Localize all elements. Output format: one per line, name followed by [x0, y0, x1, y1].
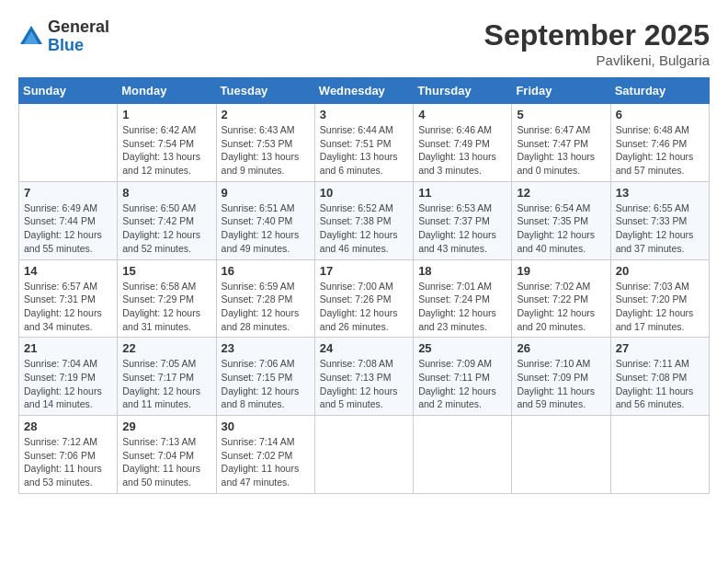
day-info: Sunrise: 6:44 AMSunset: 7:51 PMDaylight:… [320, 123, 408, 178]
header: General Blue September 2025 Pavlikeni, B… [18, 18, 710, 68]
calendar-week-2: 14Sunrise: 6:57 AMSunset: 7:31 PMDayligh… [19, 259, 710, 338]
day-info: Sunrise: 6:57 AMSunset: 7:31 PMDaylight:… [24, 280, 112, 334]
calendar-cell [314, 416, 413, 494]
day-number: 26 [517, 341, 605, 355]
calendar-cell [414, 416, 512, 494]
day-number: 20 [616, 264, 704, 278]
calendar-week-4: 28Sunrise: 7:12 AMSunset: 7:06 PMDayligh… [19, 416, 710, 494]
calendar-cell: 1Sunrise: 6:42 AMSunset: 7:54 PMDaylight… [118, 104, 216, 182]
day-number: 13 [616, 186, 704, 200]
calendar-cell: 24Sunrise: 7:08 AMSunset: 7:13 PMDayligh… [314, 338, 413, 416]
calendar-cell: 19Sunrise: 7:02 AMSunset: 7:22 PMDayligh… [512, 259, 610, 338]
day-info: Sunrise: 6:47 AMSunset: 7:47 PMDaylight:… [517, 123, 605, 178]
calendar-cell: 10Sunrise: 6:52 AMSunset: 7:38 PMDayligh… [314, 181, 413, 259]
month-title: September 2025 [484, 18, 710, 52]
calendar-cell: 14Sunrise: 6:57 AMSunset: 7:31 PMDayligh… [19, 259, 118, 338]
day-number: 2 [222, 108, 310, 121]
day-info: Sunrise: 7:11 AMSunset: 7:08 PMDaylight:… [616, 357, 704, 411]
day-info: Sunrise: 6:59 AMSunset: 7:28 PMDaylight:… [222, 280, 310, 334]
calendar-cell: 5Sunrise: 6:47 AMSunset: 7:47 PMDaylight… [512, 104, 610, 182]
logo-icon [18, 24, 44, 50]
logo: General Blue [18, 18, 109, 55]
day-number: 5 [517, 108, 605, 121]
day-info: Sunrise: 7:09 AMSunset: 7:11 PMDaylight:… [418, 357, 506, 411]
day-info: Sunrise: 7:14 AMSunset: 7:02 PMDaylight:… [222, 435, 310, 489]
day-number: 27 [616, 341, 704, 355]
calendar-header-tuesday: Tuesday [216, 78, 314, 104]
day-number: 14 [24, 264, 112, 278]
calendar-cell: 7Sunrise: 6:49 AMSunset: 7:44 PMDaylight… [19, 181, 118, 259]
day-number: 11 [418, 186, 506, 200]
day-info: Sunrise: 7:04 AMSunset: 7:19 PMDaylight:… [24, 357, 112, 411]
day-number: 25 [418, 341, 506, 355]
day-info: Sunrise: 6:49 AMSunset: 7:44 PMDaylight:… [24, 201, 112, 256]
day-number: 21 [24, 341, 112, 355]
day-number: 18 [418, 264, 506, 278]
calendar-body: 1Sunrise: 6:42 AMSunset: 7:54 PMDaylight… [19, 104, 710, 494]
calendar-cell: 3Sunrise: 6:44 AMSunset: 7:51 PMDaylight… [314, 104, 413, 182]
day-info: Sunrise: 7:01 AMSunset: 7:24 PMDaylight:… [418, 280, 506, 334]
calendar-header-sunday: Sunday [19, 78, 118, 104]
day-number: 15 [122, 264, 210, 278]
day-info: Sunrise: 6:52 AMSunset: 7:38 PMDaylight:… [320, 201, 408, 256]
calendar-header-row: SundayMondayTuesdayWednesdayThursdayFrid… [19, 78, 710, 104]
calendar-week-0: 1Sunrise: 6:42 AMSunset: 7:54 PMDaylight… [19, 104, 710, 182]
calendar-cell: 28Sunrise: 7:12 AMSunset: 7:06 PMDayligh… [19, 416, 118, 494]
day-info: Sunrise: 7:05 AMSunset: 7:17 PMDaylight:… [122, 357, 210, 411]
calendar-cell: 29Sunrise: 7:13 AMSunset: 7:04 PMDayligh… [118, 416, 216, 494]
calendar-header-saturday: Saturday [610, 78, 709, 104]
calendar-cell: 23Sunrise: 7:06 AMSunset: 7:15 PMDayligh… [216, 338, 314, 416]
day-number: 30 [222, 419, 310, 433]
calendar-cell: 2Sunrise: 6:43 AMSunset: 7:53 PMDaylight… [216, 104, 314, 182]
day-info: Sunrise: 7:12 AMSunset: 7:06 PMDaylight:… [24, 435, 112, 489]
calendar-cell: 8Sunrise: 6:50 AMSunset: 7:42 PMDaylight… [118, 181, 216, 259]
calendar-cell: 30Sunrise: 7:14 AMSunset: 7:02 PMDayligh… [216, 416, 314, 494]
calendar-cell: 21Sunrise: 7:04 AMSunset: 7:19 PMDayligh… [19, 338, 118, 416]
day-number: 16 [222, 264, 310, 278]
calendar-cell: 16Sunrise: 6:59 AMSunset: 7:28 PMDayligh… [216, 259, 314, 338]
day-info: Sunrise: 7:02 AMSunset: 7:22 PMDaylight:… [517, 280, 605, 334]
day-info: Sunrise: 7:03 AMSunset: 7:20 PMDaylight:… [616, 280, 704, 334]
calendar-cell: 17Sunrise: 7:00 AMSunset: 7:26 PMDayligh… [314, 259, 413, 338]
day-number: 22 [122, 341, 210, 355]
calendar-cell: 25Sunrise: 7:09 AMSunset: 7:11 PMDayligh… [414, 338, 512, 416]
day-number: 12 [517, 186, 605, 200]
day-number: 24 [320, 341, 408, 355]
day-info: Sunrise: 6:58 AMSunset: 7:29 PMDaylight:… [122, 280, 210, 334]
day-number: 29 [122, 419, 210, 433]
calendar-cell [19, 104, 118, 182]
calendar-header-thursday: Thursday [414, 78, 512, 104]
calendar-cell: 20Sunrise: 7:03 AMSunset: 7:20 PMDayligh… [610, 259, 709, 338]
calendar-cell: 9Sunrise: 6:51 AMSunset: 7:40 PMDaylight… [216, 181, 314, 259]
calendar-header-monday: Monday [118, 78, 216, 104]
day-info: Sunrise: 6:50 AMSunset: 7:42 PMDaylight:… [122, 201, 210, 256]
calendar-cell: 4Sunrise: 6:46 AMSunset: 7:49 PMDaylight… [414, 104, 512, 182]
calendar-week-3: 21Sunrise: 7:04 AMSunset: 7:19 PMDayligh… [19, 338, 710, 416]
title-area: September 2025 Pavlikeni, Bulgaria [484, 18, 710, 68]
day-number: 19 [517, 264, 605, 278]
day-info: Sunrise: 7:06 AMSunset: 7:15 PMDaylight:… [222, 357, 310, 411]
location: Pavlikeni, Bulgaria [484, 52, 710, 68]
day-number: 23 [222, 341, 310, 355]
day-info: Sunrise: 6:46 AMSunset: 7:49 PMDaylight:… [418, 123, 506, 178]
day-info: Sunrise: 6:54 AMSunset: 7:35 PMDaylight:… [517, 201, 605, 256]
calendar-week-1: 7Sunrise: 6:49 AMSunset: 7:44 PMDaylight… [19, 181, 710, 259]
day-info: Sunrise: 6:42 AMSunset: 7:54 PMDaylight:… [122, 123, 210, 178]
day-info: Sunrise: 7:13 AMSunset: 7:04 PMDaylight:… [122, 435, 210, 489]
calendar-cell [512, 416, 610, 494]
calendar-cell: 12Sunrise: 6:54 AMSunset: 7:35 PMDayligh… [512, 181, 610, 259]
calendar-header-wednesday: Wednesday [314, 78, 413, 104]
calendar: SundayMondayTuesdayWednesdayThursdayFrid… [18, 77, 710, 494]
calendar-cell: 27Sunrise: 7:11 AMSunset: 7:08 PMDayligh… [610, 338, 709, 416]
day-info: Sunrise: 6:51 AMSunset: 7:40 PMDaylight:… [222, 201, 310, 256]
calendar-header-friday: Friday [512, 78, 610, 104]
calendar-cell: 18Sunrise: 7:01 AMSunset: 7:24 PMDayligh… [414, 259, 512, 338]
calendar-cell [610, 416, 709, 494]
calendar-cell: 13Sunrise: 6:55 AMSunset: 7:33 PMDayligh… [610, 181, 709, 259]
day-number: 7 [24, 186, 112, 200]
calendar-cell: 22Sunrise: 7:05 AMSunset: 7:17 PMDayligh… [118, 338, 216, 416]
day-info: Sunrise: 6:53 AMSunset: 7:37 PMDaylight:… [418, 201, 506, 256]
day-number: 17 [320, 264, 408, 278]
day-number: 8 [122, 186, 210, 200]
day-info: Sunrise: 7:10 AMSunset: 7:09 PMDaylight:… [517, 357, 605, 411]
